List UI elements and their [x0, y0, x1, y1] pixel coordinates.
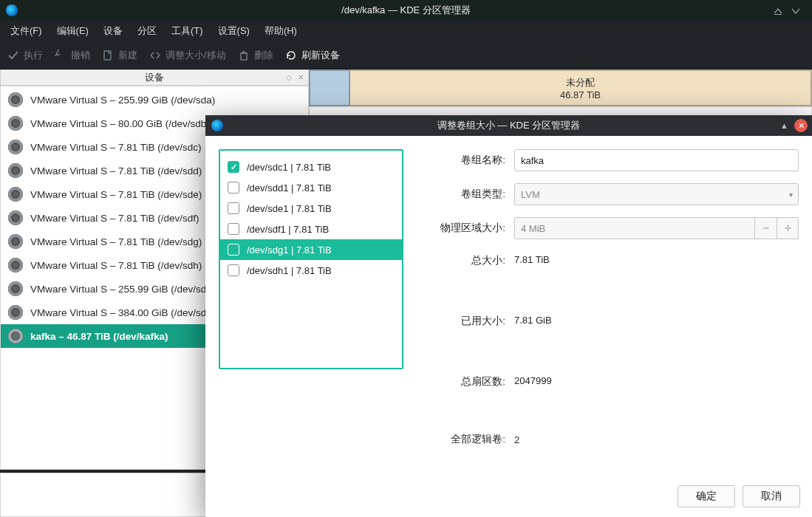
- device-row-label: VMware Virtual S – 7.81 TiB (/dev/sdc): [30, 142, 202, 153]
- lv-count-value: 2: [514, 434, 799, 445]
- tb-new-label: 新建: [118, 49, 137, 62]
- physical-volume-list[interactable]: /dev/sdc1 | 7.81 TiB/dev/sdd1 | 7.81 TiB…: [219, 149, 403, 369]
- lv-count-label: 全部逻辑卷:: [417, 433, 505, 446]
- alloc-segment-unallocated[interactable]: 未分配 46.87 TiB: [350, 69, 812, 106]
- pv-row[interactable]: /dev/sdg1 | 7.81 TiB: [220, 239, 402, 260]
- device-panel-title: 设备: [145, 71, 164, 84]
- alloc-unallocated-size: 46.87 TiB: [560, 89, 601, 100]
- allocation-bar[interactable]: 未分配 46.87 TiB: [309, 69, 812, 106]
- disk-icon: [8, 140, 23, 154]
- disk-icon: [8, 329, 23, 343]
- menu-device[interactable]: 设备: [98, 22, 129, 40]
- tb-refresh-label: 刷新设备: [301, 49, 340, 62]
- used-size-value: 7.81 GiB: [514, 312, 799, 360]
- spinner-plus-icon[interactable]: +: [777, 217, 799, 239]
- minimize-icon[interactable]: [771, 3, 785, 18]
- disk-icon: [8, 258, 23, 273]
- chevron-down-icon: ▾: [789, 191, 793, 199]
- checkbox[interactable]: [228, 264, 239, 276]
- ok-button[interactable]: 确定: [678, 485, 735, 507]
- tb-undo-label: 撤销: [71, 49, 90, 62]
- panel-close-icon[interactable]: ✕: [298, 73, 304, 81]
- disk-icon: [8, 281, 23, 296]
- device-row-label: VMware Virtual S – 80.00 GiB (/dev/sdb): [30, 118, 210, 129]
- pv-row[interactable]: /dev/sdd1 | 7.81 TiB: [220, 177, 402, 198]
- check-icon: [7, 49, 19, 61]
- tb-new[interactable]: 新建: [102, 49, 137, 62]
- pv-row[interactable]: /dev/sde1 | 7.81 TiB: [220, 198, 402, 219]
- checkbox[interactable]: [228, 223, 239, 235]
- svg-rect-0: [774, 14, 782, 15]
- tb-delete-label: 删除: [254, 49, 273, 62]
- device-row-label: kafka – 46.87 TiB (/dev/kafka): [30, 331, 168, 342]
- menu-partition[interactable]: 分区: [132, 22, 163, 40]
- device-row-label: VMware Virtual S – 255.99 GiB (/dev/sdi): [30, 284, 212, 295]
- cancel-button[interactable]: 取消: [743, 485, 800, 507]
- new-icon: [102, 49, 114, 61]
- disk-icon: [8, 163, 23, 178]
- tb-apply[interactable]: 执行: [7, 49, 43, 62]
- disk-icon: [8, 234, 23, 249]
- device-row-label: VMware Virtual S – 7.81 TiB (/dev/sdd): [30, 165, 202, 177]
- disk-icon: [8, 305, 23, 320]
- device-row-label: VMware Virtual S – 7.81 TiB (/dev/sdh): [30, 260, 202, 271]
- maximize-icon[interactable]: [788, 3, 803, 18]
- used-size-label: 已用大小:: [417, 312, 505, 328]
- total-size-label: 总大小:: [417, 251, 505, 267]
- window-title: /dev/kafka — KDE 分区管理器: [0, 4, 812, 17]
- checkbox[interactable]: [228, 161, 239, 173]
- toolbar: 执行 撤销 新建 调整大小/移动 删除 刷新设备: [0, 41, 812, 69]
- device-row-label: VMware Virtual S – 384.00 GiB (/dev/sdj): [30, 307, 212, 318]
- sectors-value: 2047999: [514, 372, 799, 421]
- window-titlebar: /dev/kafka — KDE 分区管理器: [0, 0, 812, 21]
- disk-icon: [8, 210, 23, 225]
- total-size-value: 7.81 TiB: [514, 251, 799, 300]
- device-row-label: VMware Virtual S – 255.99 GiB (/dev/sda): [30, 95, 215, 106]
- checkbox[interactable]: [228, 182, 239, 194]
- dialog-button-bar: 确定 取消: [205, 476, 812, 517]
- pv-row[interactable]: /dev/sdc1 | 7.81 TiB: [220, 157, 402, 177]
- disk-icon: [8, 187, 23, 202]
- disk-icon: [8, 92, 23, 107]
- disk-icon: [8, 116, 23, 131]
- svg-rect-1: [104, 51, 111, 60]
- menu-help[interactable]: 帮助(H): [259, 22, 303, 40]
- checkbox[interactable]: [228, 244, 239, 256]
- device-row-label: VMware Virtual S – 7.81 TiB (/dev/sdg): [30, 236, 202, 247]
- tb-delete[interactable]: 删除: [238, 49, 273, 62]
- device-row-label: VMware Virtual S – 7.81 TiB (/dev/sde): [30, 189, 202, 200]
- vg-name-input[interactable]: [514, 149, 799, 171]
- dialog-body: /dev/sdc1 | 7.81 TiB/dev/sdd1 | 7.81 TiB…: [205, 136, 812, 476]
- spinner-minus-icon[interactable]: −: [754, 217, 777, 239]
- dialog-up-icon[interactable]: ▲: [780, 121, 788, 130]
- extent-size-label: 物理区域大小:: [417, 222, 505, 235]
- tb-undo[interactable]: 撤销: [55, 49, 90, 62]
- menu-tools[interactable]: 工具(T): [166, 22, 209, 40]
- checkbox[interactable]: [228, 202, 239, 214]
- pv-row[interactable]: /dev/sdh1 | 7.81 TiB: [220, 260, 402, 281]
- undo-icon: [55, 49, 66, 61]
- tb-resize[interactable]: 调整大小/移动: [149, 49, 226, 62]
- pv-row-label: /dev/sdh1 | 7.81 TiB: [247, 265, 332, 276]
- menu-settings[interactable]: 设置(S): [212, 22, 256, 40]
- dialog-close-icon[interactable]: ✕: [794, 119, 808, 132]
- trash-icon: [238, 49, 250, 61]
- vg-name-label: 卷组名称:: [417, 154, 505, 167]
- menubar: 文件(F) 编辑(E) 设备 分区 工具(T) 设置(S) 帮助(H): [0, 21, 812, 41]
- alloc-unallocated-label: 未分配: [566, 76, 595, 89]
- pv-row[interactable]: /dev/sdf1 | 7.81 TiB: [220, 219, 402, 239]
- vg-type-select[interactable]: ▾: [514, 183, 799, 205]
- dialog-title: 调整卷组大小 — KDE 分区管理器: [205, 119, 812, 132]
- panel-float-icon[interactable]: ◇: [286, 73, 292, 81]
- resize-icon: [149, 49, 161, 61]
- vg-type-label: 卷组类型:: [417, 188, 505, 201]
- device-row[interactable]: VMware Virtual S – 255.99 GiB (/dev/sda): [1, 88, 308, 112]
- tb-apply-label: 执行: [24, 49, 43, 62]
- menu-edit[interactable]: 编辑(E): [51, 22, 95, 40]
- alloc-segment-used[interactable]: [309, 69, 350, 106]
- menu-file[interactable]: 文件(F): [4, 22, 48, 40]
- refresh-icon: [285, 49, 297, 61]
- tb-refresh[interactable]: 刷新设备: [285, 49, 340, 62]
- extent-size-spinner[interactable]: − +: [514, 217, 799, 239]
- dialog-titlebar[interactable]: 调整卷组大小 — KDE 分区管理器 ▲ ✕: [205, 115, 812, 136]
